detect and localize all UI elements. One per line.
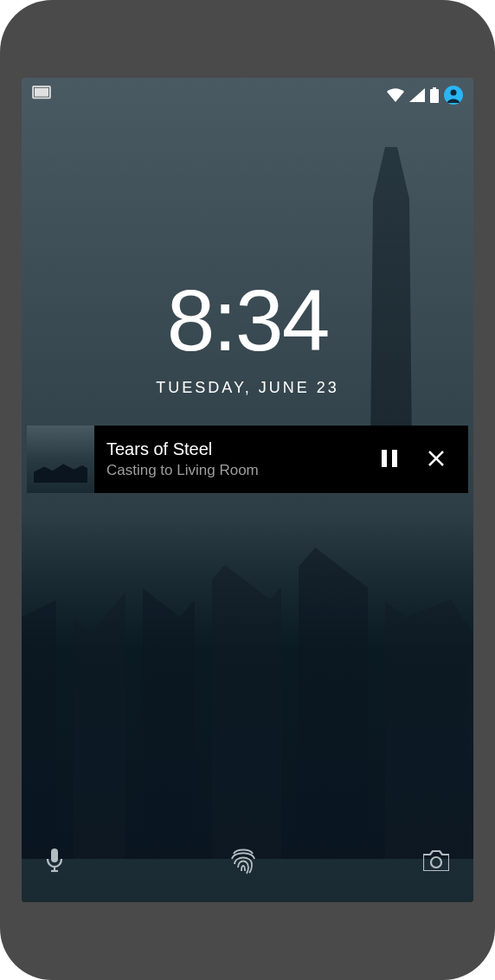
clock-widget: 8:34 TUESDAY, JUNE 23 bbox=[22, 277, 473, 397]
wifi-icon bbox=[387, 88, 404, 102]
lock-screen[interactable]: 8:34 TUESDAY, JUNE 23 Tears of Steel Cas… bbox=[22, 78, 473, 902]
camera-icon[interactable] bbox=[423, 850, 449, 874]
svg-rect-2 bbox=[433, 87, 436, 89]
svg-rect-8 bbox=[51, 849, 58, 862]
battery-icon bbox=[430, 87, 439, 103]
lockscreen-bottom-bar bbox=[22, 842, 473, 902]
svg-rect-7 bbox=[392, 450, 397, 467]
clock-date: TUESDAY, JUNE 23 bbox=[22, 379, 473, 397]
fingerprint-icon[interactable] bbox=[230, 847, 256, 878]
close-button[interactable] bbox=[425, 447, 447, 472]
device-frame: 8:34 TUESDAY, JUNE 23 Tears of Steel Cas… bbox=[0, 0, 495, 980]
media-subtitle: Casting to Living Room bbox=[106, 461, 378, 480]
mic-icon[interactable] bbox=[46, 849, 63, 876]
album-art bbox=[27, 426, 94, 493]
pause-icon bbox=[382, 457, 397, 470]
cellular-icon bbox=[409, 88, 425, 102]
profile-icon[interactable] bbox=[444, 86, 463, 105]
svg-point-5 bbox=[451, 90, 457, 96]
pause-button[interactable] bbox=[378, 446, 401, 473]
media-notification[interactable]: Tears of Steel Casting to Living Room bbox=[27, 426, 468, 493]
close-icon bbox=[428, 456, 444, 469]
wallpaper-buildings bbox=[22, 513, 473, 859]
status-bar bbox=[22, 78, 473, 112]
cast-icon bbox=[32, 86, 51, 105]
svg-rect-3 bbox=[430, 89, 439, 103]
clock-time: 8:34 bbox=[22, 277, 473, 363]
svg-point-11 bbox=[431, 857, 441, 868]
media-info: Tears of Steel Casting to Living Room bbox=[94, 439, 378, 480]
media-title: Tears of Steel bbox=[106, 439, 378, 459]
svg-rect-6 bbox=[382, 450, 387, 467]
